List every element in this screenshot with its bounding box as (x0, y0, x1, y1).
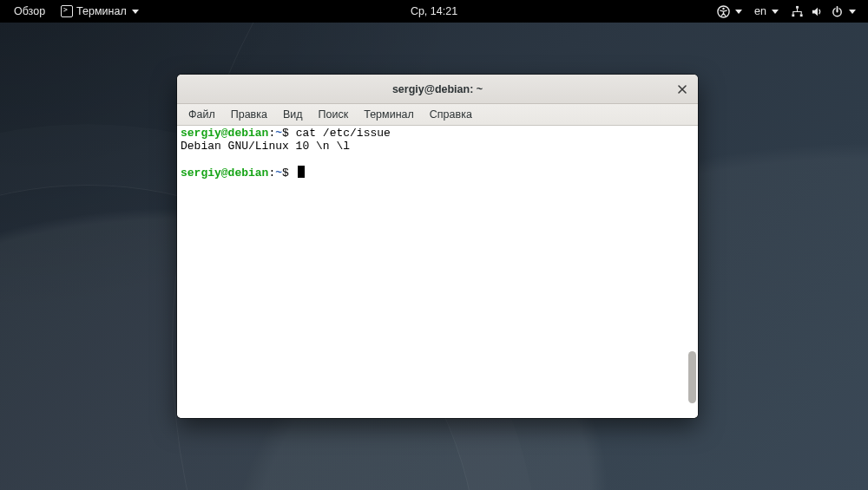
menu-edit-label: Правка (231, 108, 267, 121)
accessibility-menu[interactable] (712, 3, 747, 21)
prompt-path: ~ (275, 167, 282, 180)
app-menu-label: Терминал (76, 5, 127, 17)
prompt-sigil: $ (282, 127, 296, 140)
svg-rect-2 (796, 5, 799, 8)
scrollbar[interactable] (687, 126, 697, 417)
menu-view[interactable]: Вид (275, 106, 311, 123)
menu-help[interactable]: Справка (422, 106, 480, 123)
chevron-down-icon (772, 10, 779, 14)
menu-help-label: Справка (430, 108, 472, 121)
accessibility-icon (717, 5, 730, 18)
menu-edit[interactable]: Правка (223, 106, 275, 123)
menu-file[interactable]: Файл (181, 106, 223, 123)
svg-rect-4 (800, 14, 803, 16)
menu-terminal-label: Терминал (364, 108, 414, 121)
menu-file-label: Файл (188, 108, 215, 121)
keyboard-layout-label: en (754, 5, 766, 17)
activities-button[interactable]: Обзор (7, 3, 52, 20)
app-menu-button[interactable]: Терминал (54, 3, 146, 20)
prompt-user: sergiy@debian (181, 127, 268, 140)
clock-label: Ср, 14:21 (411, 5, 457, 17)
menu-view-label: Вид (283, 108, 303, 121)
network-icon (791, 5, 804, 18)
terminal-line: Debian GNU/Linux 10 \n \l (181, 140, 694, 153)
prompt-user: sergiy@debian (181, 167, 268, 180)
window-titlebar[interactable]: sergiy@debian: ~ (177, 75, 698, 104)
volume-icon (811, 5, 824, 18)
terminal-icon (61, 5, 73, 17)
text-cursor (298, 166, 305, 178)
cmd-text: cat /etc/issue (296, 127, 391, 140)
menu-search-label: Поиск (319, 108, 349, 121)
chevron-down-icon (132, 10, 139, 14)
keyboard-layout-menu[interactable]: en (749, 3, 784, 20)
scrollbar-thumb[interactable] (688, 351, 696, 403)
svg-rect-3 (792, 14, 794, 16)
output-text: Debian GNU/Linux 10 \n \l (181, 140, 350, 153)
system-status-menu[interactable] (786, 3, 861, 21)
window-title: sergiy@debian: ~ (392, 83, 483, 95)
terminal-window: sergiy@debian: ~ Файл Правка Вид Поиск Т… (177, 75, 698, 418)
prompt-sigil: $ (282, 167, 296, 180)
menu-terminal[interactable]: Терминал (356, 106, 422, 123)
chevron-down-icon (735, 10, 742, 14)
svg-point-1 (722, 7, 724, 9)
terminal-line: sergiy@debian:~$ (181, 166, 694, 180)
close-icon (677, 84, 687, 95)
top-panel: Обзор Терминал Ср, 14:21 en (0, 0, 868, 23)
terminal-body[interactable]: sergiy@debian:~$ cat /etc/issue Debian G… (177, 126, 698, 418)
menubar: Файл Правка Вид Поиск Терминал Справка (177, 104, 698, 126)
terminal-line (181, 153, 694, 166)
terminal-line: sergiy@debian:~$ cat /etc/issue (181, 127, 694, 140)
activities-label: Обзор (14, 5, 45, 17)
prompt-path: ~ (275, 127, 282, 140)
power-icon (831, 5, 844, 18)
menu-search[interactable]: Поиск (311, 106, 357, 123)
chevron-down-icon (849, 10, 856, 14)
close-button[interactable] (672, 79, 693, 100)
clock-button[interactable]: Ср, 14:21 (402, 3, 466, 20)
